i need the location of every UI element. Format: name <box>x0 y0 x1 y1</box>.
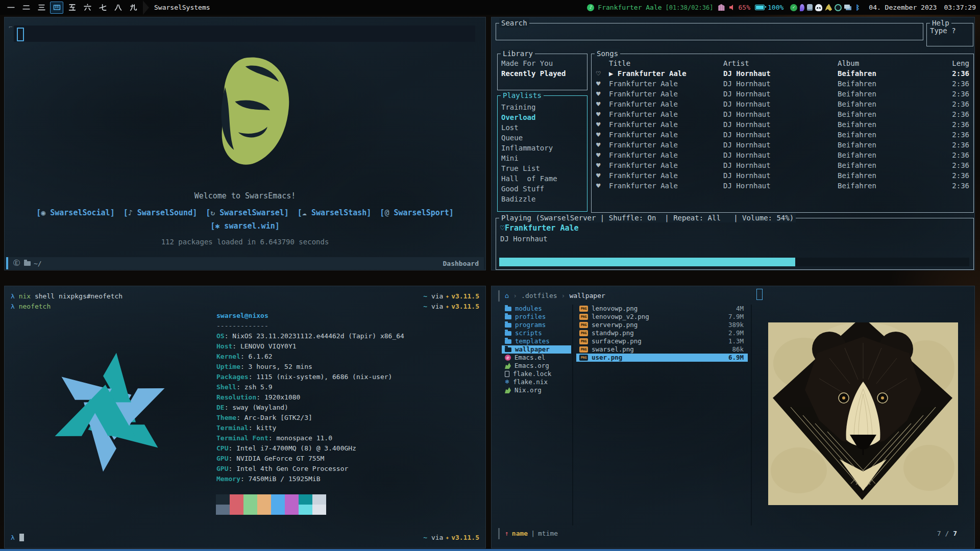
image-file-row[interactable]: PNGuser.png6.9M <box>576 354 748 362</box>
column-title[interactable]: Title <box>609 58 723 68</box>
checkmark-icon[interactable]: ✓ <box>790 4 797 11</box>
playlist-item[interactable]: Hall of Fame <box>498 173 587 184</box>
heart-outline-icon[interactable]: ♡ <box>500 223 505 233</box>
dashboard-link-swarselstash[interactable]: [☁ SwarselStash] <box>298 208 372 217</box>
directory-row[interactable]: modules <box>502 305 571 313</box>
song-row[interactable]: ♥Frankfurter AaleDJ HornhautBeifahren2:3… <box>592 170 973 181</box>
file-row[interactable]: Emacs.org <box>502 362 571 370</box>
sort-field-mtime[interactable]: mtime <box>538 528 558 539</box>
heart-filled-icon[interactable]: ♥ <box>592 89 609 99</box>
breadcrumb-dotfiles[interactable]: .dotfiles <box>521 290 557 302</box>
workspace-button[interactable] <box>19 2 33 14</box>
playlist-item[interactable]: True List <box>498 163 587 173</box>
column-artist[interactable]: Artist <box>723 58 838 68</box>
sort-field-name[interactable]: name <box>512 528 528 539</box>
song-row[interactable]: ♥Frankfurter AaleDJ HornhautBeifahren2:3… <box>592 119 973 130</box>
now-playing-time: [01:38/02:36] <box>666 4 714 11</box>
column-album[interactable]: Album <box>838 58 945 68</box>
file-row[interactable]: Nix.org <box>502 386 571 394</box>
discord-icon[interactable] <box>815 4 822 11</box>
song-row[interactable]: ♥Frankfurter AaleDJ HornhautBeifahren2:3… <box>592 89 973 99</box>
home-icon[interactable]: ⌂ <box>505 290 509 302</box>
dashboard-link-swarselsocial[interactable]: [◉ SwarselSocial] <box>36 208 115 217</box>
python-version: v3.11.5 <box>451 533 479 543</box>
heart-filled-icon[interactable]: ♥ <box>592 181 609 191</box>
playlist-item[interactable]: Good Stuff <box>498 184 587 194</box>
heart-filled-icon[interactable]: ♥ <box>592 109 609 119</box>
dashboard-link-swarsel-win[interactable]: [✱ swarsel.win] <box>5 221 485 231</box>
dashboard-header-line[interactable] <box>14 26 475 42</box>
image-file-row[interactable]: PNGlenovowp_v2.png7.9M <box>576 313 748 321</box>
heart-filled-icon[interactable]: ♥ <box>592 119 609 130</box>
column-length[interactable]: Leng <box>945 58 973 68</box>
workspace-button[interactable] <box>35 2 48 14</box>
sort-ascending-icon[interactable]: ↑ <box>505 528 509 539</box>
syncthing-icon[interactable] <box>835 4 842 11</box>
dashboard-link-swarselswarsel[interactable]: [↻ SwarselSwarsel] <box>206 208 289 217</box>
vpn-icon[interactable] <box>800 4 804 11</box>
workspace-active[interactable] <box>50 2 63 14</box>
nicotine-icon[interactable] <box>825 4 832 11</box>
image-file-row[interactable]: PNGserverwp.png389k <box>576 321 748 329</box>
heart-filled-icon[interactable]: ♥ <box>592 79 609 89</box>
image-file-row[interactable]: PNGstandwp.png2.9M <box>576 329 748 337</box>
song-row[interactable]: ♥Frankfurter AaleDJ HornhautBeifahren2:3… <box>592 109 973 119</box>
song-row[interactable]: ♥Frankfurter AaleDJ HornhautBeifahren2:3… <box>592 140 973 150</box>
now-playing-module[interactable]: ♪ Frankfurter Aale [01:38/02:36] <box>587 4 713 11</box>
playlist-item[interactable]: Queue <box>498 133 587 143</box>
file-row[interactable]: eEmacs.el <box>502 354 571 362</box>
song-row[interactable]: ♥Frankfurter AaleDJ HornhautBeifahren2:3… <box>592 181 973 191</box>
song-row[interactable]: ♥Frankfurter AaleDJ HornhautBeifahren2:3… <box>592 130 973 140</box>
playlist-item[interactable]: Lost <box>498 122 587 133</box>
bank-icon[interactable] <box>718 4 725 11</box>
directory-row[interactable]: wallpaper <box>502 345 571 354</box>
image-file-row[interactable]: PNGswarsel.png86k <box>576 345 748 354</box>
library-item[interactable]: Made For You <box>498 58 587 68</box>
directory-row[interactable]: programs <box>502 321 571 329</box>
playlist-item[interactable]: Overload <box>498 112 587 122</box>
directory-row[interactable]: profiles <box>502 313 571 321</box>
song-row[interactable]: ♥Frankfurter AaleDJ HornhautBeifahren2:3… <box>592 79 973 89</box>
workspace-button[interactable] <box>111 2 125 14</box>
workspace-button[interactable] <box>4 2 17 14</box>
workspace-button[interactable] <box>96 2 109 14</box>
song-row[interactable]: ♥Frankfurter AaleDJ HornhautBeifahren2:3… <box>592 160 973 170</box>
workspace-button[interactable] <box>81 2 94 14</box>
heart-filled-icon[interactable]: ♥ <box>592 170 609 181</box>
playlist-item[interactable]: Mini <box>498 153 587 163</box>
volume-module[interactable]: 65% <box>729 4 750 11</box>
workspace-button[interactable] <box>65 2 79 14</box>
library-item[interactable]: Recently Played <box>498 68 587 79</box>
heart-filled-icon[interactable]: ♥ <box>592 140 609 150</box>
date-label: 04. Dezember 2023 <box>869 4 937 11</box>
playlist-item[interactable]: Badizzle <box>498 194 587 204</box>
directory-row[interactable]: templates <box>502 337 571 345</box>
song-row-playing[interactable]: ♡▶ Frankfurter AaleDJ HornhautBeifahren2… <box>592 68 973 79</box>
displays-icon[interactable] <box>844 5 850 9</box>
shell-prompt-line[interactable]: λ ~ via✦v3.11.5 <box>11 533 479 543</box>
song-row[interactable]: ♥Frankfurter AaleDJ HornhautBeifahren2:3… <box>592 150 973 160</box>
directory-row[interactable]: scripts <box>502 329 571 337</box>
progress-track[interactable] <box>499 258 969 266</box>
search-box[interactable]: Search <box>496 23 923 40</box>
song-row[interactable]: ♥Frankfurter AaleDJ HornhautBeifahren2:3… <box>592 99 973 109</box>
heart-filled-icon[interactable]: ♥ <box>592 99 609 109</box>
workspace-button[interactable] <box>127 2 140 14</box>
heart-filled-icon[interactable]: ♥ <box>592 160 609 170</box>
image-file-row[interactable]: PNGsurfacewp.png1.3M <box>576 337 748 345</box>
dashboard-link-swarselsport[interactable]: [@ SwarselSport] <box>380 208 454 217</box>
breadcrumb-wallpaper[interactable]: wallpaper <box>569 290 605 302</box>
heart-outline-icon[interactable]: ♡ <box>592 68 609 79</box>
file-row[interactable]: flake.lock <box>502 370 571 378</box>
keepass-icon[interactable] <box>807 4 813 11</box>
dashboard-link-swarselsound[interactable]: [♪ SwarselSound] <box>124 208 198 217</box>
bluetooth-icon[interactable]: ᛒ <box>854 4 861 11</box>
battery-module[interactable]: 100% <box>755 4 783 11</box>
song-artist: DJ Hornhaut <box>723 140 838 150</box>
heart-filled-icon[interactable]: ♥ <box>592 150 609 160</box>
heart-filled-icon[interactable]: ♥ <box>592 130 609 140</box>
image-file-row[interactable]: PNGlenovowp.png4M <box>576 305 748 313</box>
playlist-item[interactable]: Inflammatory <box>498 143 587 153</box>
playlist-item[interactable]: Training <box>498 102 587 112</box>
file-row[interactable]: ❄flake.nix <box>502 378 571 386</box>
